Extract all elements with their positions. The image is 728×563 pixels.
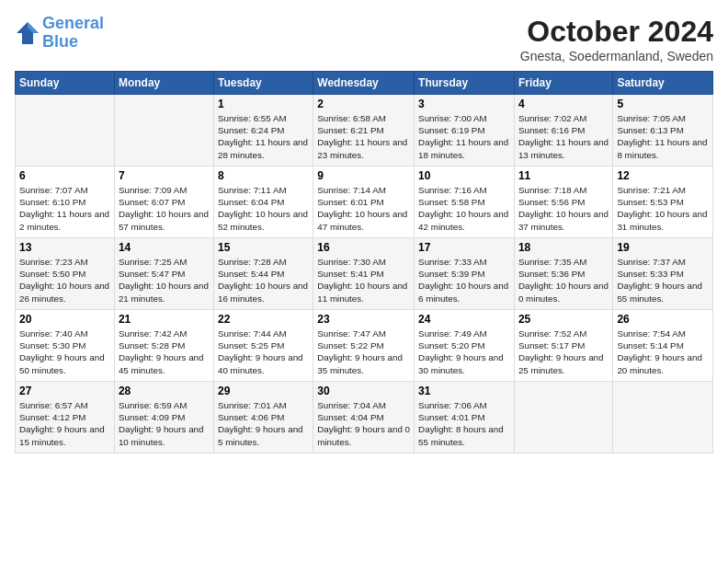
day-number: 3 xyxy=(418,98,510,110)
location: Gnesta, Soedermanland, Sweden xyxy=(520,49,713,63)
calendar-cell: 6Sunrise: 7:07 AM Sunset: 6:10 PM Daylig… xyxy=(16,167,115,238)
day-content: Sunrise: 7:16 AM Sunset: 5:58 PM Dayligh… xyxy=(418,184,510,233)
calendar-week-row: 27Sunrise: 6:57 AM Sunset: 4:12 PM Dayli… xyxy=(16,382,713,454)
day-content: Sunrise: 7:42 AM Sunset: 5:28 PM Dayligh… xyxy=(119,327,210,376)
day-content: Sunrise: 7:35 AM Sunset: 5:36 PM Dayligh… xyxy=(518,256,609,304)
calendar-cell: 13Sunrise: 7:23 AM Sunset: 5:50 PM Dayli… xyxy=(16,238,115,310)
calendar-week-row: 6Sunrise: 7:07 AM Sunset: 6:10 PM Daylig… xyxy=(16,167,713,238)
calendar-cell: 1Sunrise: 6:55 AM Sunset: 6:24 PM Daylig… xyxy=(213,95,313,167)
day-number: 29 xyxy=(218,385,309,397)
day-number: 28 xyxy=(119,385,210,397)
day-content: Sunrise: 6:55 AM Sunset: 6:24 PM Dayligh… xyxy=(218,112,309,161)
calendar-cell: 26Sunrise: 7:54 AM Sunset: 5:14 PM Dayli… xyxy=(613,310,713,382)
day-content: Sunrise: 7:49 AM Sunset: 5:20 PM Dayligh… xyxy=(418,327,510,376)
day-number: 8 xyxy=(218,169,309,182)
day-content: Sunrise: 7:30 AM Sunset: 5:41 PM Dayligh… xyxy=(317,256,410,304)
month-title: October 2024 xyxy=(520,15,713,49)
day-content: Sunrise: 7:00 AM Sunset: 6:19 PM Dayligh… xyxy=(418,112,510,161)
day-number: 25 xyxy=(518,313,609,326)
page: General Blue October 2024 Gnesta, Soeder… xyxy=(0,0,728,461)
day-content: Sunrise: 7:44 AM Sunset: 5:25 PM Dayligh… xyxy=(218,327,309,376)
calendar-header-row: SundayMondayTuesdayWednesdayThursdayFrid… xyxy=(16,72,713,95)
day-number: 15 xyxy=(218,241,309,254)
calendar-cell: 25Sunrise: 7:52 AM Sunset: 5:17 PM Dayli… xyxy=(514,310,612,382)
day-content: Sunrise: 6:57 AM Sunset: 4:12 PM Dayligh… xyxy=(19,399,110,448)
day-content: Sunrise: 7:01 AM Sunset: 4:06 PM Dayligh… xyxy=(218,399,309,448)
col-header-tuesday: Tuesday xyxy=(213,72,313,95)
calendar-week-row: 20Sunrise: 7:40 AM Sunset: 5:30 PM Dayli… xyxy=(16,310,713,382)
day-content: Sunrise: 7:09 AM Sunset: 6:07 PM Dayligh… xyxy=(119,184,210,233)
day-content: Sunrise: 6:59 AM Sunset: 4:09 PM Dayligh… xyxy=(119,399,210,448)
day-content: Sunrise: 7:14 AM Sunset: 6:01 PM Dayligh… xyxy=(317,184,410,233)
day-content: Sunrise: 6:58 AM Sunset: 6:21 PM Dayligh… xyxy=(317,112,410,161)
calendar-cell: 9Sunrise: 7:14 AM Sunset: 6:01 PM Daylig… xyxy=(313,167,415,238)
col-header-saturday: Saturday xyxy=(613,72,713,95)
day-content: Sunrise: 7:06 AM Sunset: 4:01 PM Dayligh… xyxy=(418,399,510,448)
day-number: 18 xyxy=(518,241,609,254)
calendar-cell: 24Sunrise: 7:49 AM Sunset: 5:20 PM Dayli… xyxy=(415,310,515,382)
day-number: 30 xyxy=(317,385,410,397)
calendar-cell: 3Sunrise: 7:00 AM Sunset: 6:19 PM Daylig… xyxy=(415,95,515,167)
calendar-week-row: 1Sunrise: 6:55 AM Sunset: 6:24 PM Daylig… xyxy=(16,95,713,167)
calendar-cell: 23Sunrise: 7:47 AM Sunset: 5:22 PM Dayli… xyxy=(313,310,415,382)
day-number: 1 xyxy=(218,98,309,110)
calendar-cell: 14Sunrise: 7:25 AM Sunset: 5:47 PM Dayli… xyxy=(114,238,213,310)
title-block: October 2024 Gnesta, Soedermanland, Swed… xyxy=(520,15,713,63)
logo-text: General Blue xyxy=(42,15,104,52)
day-content: Sunrise: 7:07 AM Sunset: 6:10 PM Dayligh… xyxy=(19,184,110,233)
calendar-cell: 21Sunrise: 7:42 AM Sunset: 5:28 PM Dayli… xyxy=(114,310,213,382)
calendar-cell xyxy=(16,95,115,167)
calendar-cell: 5Sunrise: 7:05 AM Sunset: 6:13 PM Daylig… xyxy=(613,95,713,167)
logo: General Blue xyxy=(15,15,104,52)
day-content: Sunrise: 7:28 AM Sunset: 5:44 PM Dayligh… xyxy=(218,256,309,304)
day-number: 4 xyxy=(518,98,609,110)
day-content: Sunrise: 7:37 AM Sunset: 5:33 PM Dayligh… xyxy=(617,256,709,304)
calendar-cell: 12Sunrise: 7:21 AM Sunset: 5:53 PM Dayli… xyxy=(613,167,713,238)
calendar-cell: 27Sunrise: 6:57 AM Sunset: 4:12 PM Dayli… xyxy=(16,382,115,454)
day-number: 23 xyxy=(317,313,410,326)
calendar-cell: 18Sunrise: 7:35 AM Sunset: 5:36 PM Dayli… xyxy=(514,238,612,310)
day-number: 16 xyxy=(317,241,410,254)
calendar-cell: 16Sunrise: 7:30 AM Sunset: 5:41 PM Dayli… xyxy=(313,238,415,310)
calendar-cell: 20Sunrise: 7:40 AM Sunset: 5:30 PM Dayli… xyxy=(16,310,115,382)
col-header-thursday: Thursday xyxy=(415,72,515,95)
day-number: 21 xyxy=(119,313,210,326)
logo-icon xyxy=(15,20,40,46)
day-content: Sunrise: 7:05 AM Sunset: 6:13 PM Dayligh… xyxy=(617,112,709,161)
calendar-cell: 8Sunrise: 7:11 AM Sunset: 6:04 PM Daylig… xyxy=(213,167,313,238)
day-number: 17 xyxy=(418,241,510,254)
calendar-cell: 7Sunrise: 7:09 AM Sunset: 6:07 PM Daylig… xyxy=(114,167,213,238)
logo-general: General xyxy=(42,14,104,32)
calendar-cell: 10Sunrise: 7:16 AM Sunset: 5:58 PM Dayli… xyxy=(415,167,515,238)
day-number: 2 xyxy=(317,98,410,110)
calendar-week-row: 13Sunrise: 7:23 AM Sunset: 5:50 PM Dayli… xyxy=(16,238,713,310)
day-number: 11 xyxy=(518,169,609,182)
day-content: Sunrise: 7:02 AM Sunset: 6:16 PM Dayligh… xyxy=(518,112,609,161)
day-content: Sunrise: 7:11 AM Sunset: 6:04 PM Dayligh… xyxy=(218,184,309,233)
day-number: 24 xyxy=(418,313,510,326)
day-content: Sunrise: 7:47 AM Sunset: 5:22 PM Dayligh… xyxy=(317,327,410,376)
calendar-cell: 28Sunrise: 6:59 AM Sunset: 4:09 PM Dayli… xyxy=(114,382,213,454)
day-content: Sunrise: 7:23 AM Sunset: 5:50 PM Dayligh… xyxy=(19,256,110,304)
calendar-table: SundayMondayTuesdayWednesdayThursdayFrid… xyxy=(15,71,713,454)
day-number: 13 xyxy=(19,241,110,254)
calendar-cell: 11Sunrise: 7:18 AM Sunset: 5:56 PM Dayli… xyxy=(514,167,612,238)
calendar-cell: 22Sunrise: 7:44 AM Sunset: 5:25 PM Dayli… xyxy=(213,310,313,382)
calendar-cell xyxy=(114,95,213,167)
day-number: 27 xyxy=(19,385,110,397)
logo-blue: Blue xyxy=(42,32,78,51)
day-number: 7 xyxy=(119,169,210,182)
calendar-cell: 17Sunrise: 7:33 AM Sunset: 5:39 PM Dayli… xyxy=(415,238,515,310)
calendar-cell: 4Sunrise: 7:02 AM Sunset: 6:16 PM Daylig… xyxy=(514,95,612,167)
col-header-friday: Friday xyxy=(514,72,612,95)
day-content: Sunrise: 7:21 AM Sunset: 5:53 PM Dayligh… xyxy=(617,184,709,233)
day-number: 10 xyxy=(418,169,510,182)
day-content: Sunrise: 7:52 AM Sunset: 5:17 PM Dayligh… xyxy=(518,327,609,376)
day-number: 19 xyxy=(617,241,709,254)
calendar-cell: 15Sunrise: 7:28 AM Sunset: 5:44 PM Dayli… xyxy=(213,238,313,310)
calendar-cell xyxy=(613,382,713,454)
calendar-cell: 30Sunrise: 7:04 AM Sunset: 4:04 PM Dayli… xyxy=(313,382,415,454)
day-number: 20 xyxy=(19,313,110,326)
day-content: Sunrise: 7:33 AM Sunset: 5:39 PM Dayligh… xyxy=(418,256,510,304)
day-content: Sunrise: 7:25 AM Sunset: 5:47 PM Dayligh… xyxy=(119,256,210,304)
